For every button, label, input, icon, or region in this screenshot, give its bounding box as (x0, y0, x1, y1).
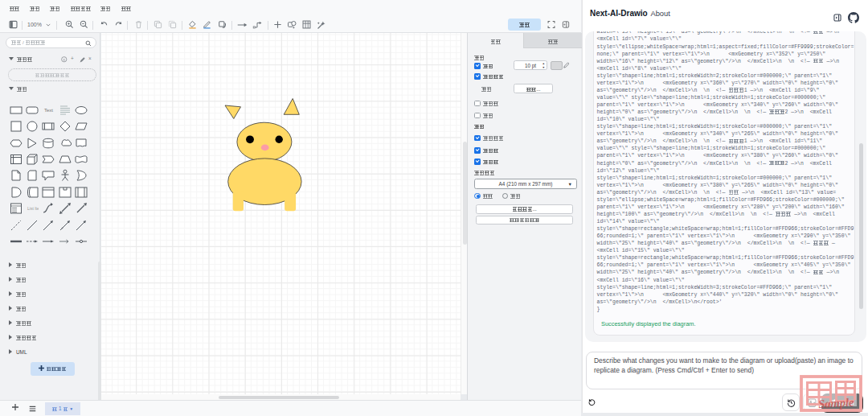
svg-text:Text: Text (44, 108, 53, 113)
svg-text:Sample: Sample (818, 396, 855, 410)
svg-text:List Item: List Item (27, 206, 39, 211)
